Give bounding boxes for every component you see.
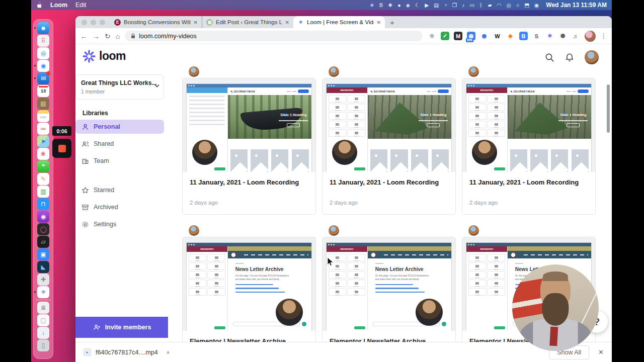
display-icon[interactable]: ▭ bbox=[469, 3, 474, 8]
contacts-dock-icon[interactable]: ▤ bbox=[37, 98, 49, 110]
control-center-icon[interactable]: ⬒ bbox=[524, 3, 529, 8]
window-controls[interactable] bbox=[75, 16, 110, 28]
loom-logo[interactable]: loom bbox=[83, 49, 126, 63]
display-pref-icon[interactable]: ☀ bbox=[369, 3, 374, 8]
downloads-folder-icon[interactable]: ↓ bbox=[37, 327, 49, 339]
bell-icon[interactable] bbox=[565, 53, 574, 62]
wifi-icon[interactable]: ◠ bbox=[497, 3, 501, 8]
finder-dock-icon[interactable]: ☻ bbox=[37, 22, 49, 34]
close-tab-icon[interactable]: ✕ bbox=[285, 20, 289, 25]
maps-dock-icon[interactable]: ➤ bbox=[37, 135, 49, 147]
video-card[interactable]: elementor JOURNEYMAN bbox=[182, 237, 316, 342]
browser-profile-avatar[interactable] bbox=[585, 31, 596, 42]
wikipedia-extension-icon[interactable]: W bbox=[493, 32, 502, 40]
mission-control-icon[interactable]: ❐ bbox=[452, 3, 457, 8]
photos-dock-icon[interactable]: ❀ bbox=[37, 148, 49, 160]
sidebar-item-settings[interactable]: Settings bbox=[75, 217, 164, 231]
documents-stack-icon[interactable]: ≣ bbox=[37, 302, 49, 314]
forward-button[interactable]: → bbox=[93, 32, 100, 40]
time-machine-icon[interactable]: ◔ bbox=[444, 3, 447, 8]
bluetooth-icon[interactable]: ᛒ bbox=[479, 3, 482, 8]
webcam-bubble[interactable] bbox=[512, 264, 599, 351]
back-button[interactable]: ← bbox=[80, 32, 88, 40]
zoom-dock-icon[interactable]: ▣ bbox=[37, 248, 49, 260]
sidebar-item-archived[interactable]: Archived bbox=[75, 200, 164, 214]
boot-camp-icon[interactable]: B bbox=[379, 3, 383, 8]
loom-user-avatar[interactable] bbox=[585, 50, 599, 64]
search-icon[interactable] bbox=[545, 53, 554, 62]
checker-extension-icon[interactable]: ✓ bbox=[441, 32, 449, 40]
video-card[interactable]: elementor JOURNEYMAN bbox=[322, 78, 456, 215]
utility-dock-icon[interactable]: ✚ bbox=[37, 274, 49, 286]
user-switch-icon[interactable]: ◎ bbox=[507, 3, 511, 8]
safari-dock-icon[interactable]: ◎ bbox=[37, 47, 49, 59]
chrome-dock-icon[interactable]: ◉ bbox=[37, 60, 49, 72]
video-thumbnail[interactable]: elementor JOURNEYMAN bbox=[462, 78, 595, 172]
metamask-extension-icon[interactable]: ◆ bbox=[506, 32, 515, 40]
apple-menu-icon[interactable] bbox=[36, 2, 42, 9]
account-extension-icon[interactable]: ◉ bbox=[480, 32, 489, 40]
sidebar-item-team[interactable]: Team bbox=[75, 154, 164, 168]
reminders-dock-icon[interactable]: ≔ bbox=[37, 123, 49, 135]
shield-icon[interactable]: ◈ bbox=[406, 3, 410, 8]
video-thumbnail[interactable]: elementor JOURNEYMAN bbox=[323, 237, 455, 331]
page-scrollbar[interactable] bbox=[607, 84, 610, 133]
new-tab-button[interactable]: + bbox=[390, 18, 394, 27]
tag-extension-icon[interactable]: B bbox=[519, 32, 528, 40]
affinity-dock-icon[interactable]: ◣ bbox=[37, 261, 49, 273]
home-button[interactable]: ⌂ bbox=[116, 32, 120, 40]
close-downloads-icon[interactable]: ✕ bbox=[598, 348, 604, 356]
video-card[interactable]: elementor JOURNEYMAN bbox=[322, 237, 456, 342]
close-tab-icon[interactable]: ✕ bbox=[377, 20, 381, 25]
chevron-up-icon[interactable]: ∧ bbox=[167, 350, 170, 355]
video-title[interactable]: 11 January, 2021 - Loom Recording bbox=[183, 172, 315, 186]
keynote-dock-icon[interactable]: ⊓ bbox=[37, 198, 49, 210]
podcasts-dock-icon[interactable]: ◉ bbox=[37, 211, 49, 223]
calendar-dock-icon[interactable]: 13 bbox=[37, 85, 49, 97]
dropbox-icon[interactable]: ❖ bbox=[388, 3, 392, 8]
record-status-icon[interactable]: ● bbox=[397, 3, 400, 8]
volume-icon[interactable]: ♪ bbox=[462, 3, 464, 8]
puzzle-extensions-icon[interactable]: ⬢ bbox=[558, 32, 567, 40]
loom-dock-icon[interactable]: ✳ bbox=[37, 286, 49, 298]
video-thumbnail[interactable]: elementor JOURNEYMAN bbox=[323, 78, 455, 172]
address-bar[interactable]: loom.com/my-videos bbox=[125, 31, 423, 41]
play-circle-icon[interactable]: ▶ bbox=[425, 3, 429, 8]
stop-recording-button[interactable] bbox=[52, 139, 71, 158]
downloaded-file-chip[interactable]: ▸ f640c767817c4....mp4 ∧ bbox=[84, 348, 170, 356]
keyboard-icon[interactable]: ▤ bbox=[434, 3, 439, 8]
medium-extension-icon[interactable]: M bbox=[454, 32, 462, 40]
spotlight-search-icon[interactable]: ○ bbox=[516, 3, 519, 8]
workspace-selector[interactable]: Great Things LLC Works... 1 member bbox=[75, 74, 164, 100]
loom-extension-icon[interactable]: ✳ bbox=[545, 32, 554, 40]
sidebar-item-starred[interactable]: Starred bbox=[75, 183, 164, 197]
battery-icon[interactable]: ▰ bbox=[488, 3, 492, 8]
pages-dock-icon[interactable]: ✎ bbox=[37, 173, 49, 185]
dock-divider[interactable] bbox=[36, 300, 51, 300]
storage-box-icon[interactable]: ▢ bbox=[37, 314, 49, 326]
close-tab-icon[interactable]: ✕ bbox=[194, 20, 198, 25]
edit-menu[interactable]: Edit bbox=[75, 2, 87, 9]
video-title[interactable]: Elementor | Newsletter Archive bbox=[183, 331, 315, 342]
browser-menu-icon[interactable]: ⋮ bbox=[600, 32, 607, 40]
final-cut-dock-icon[interactable]: ▱ bbox=[37, 236, 49, 248]
s-extension-icon[interactable]: S bbox=[532, 32, 541, 40]
do-not-disturb-moon-icon[interactable]: ☾ bbox=[415, 3, 420, 8]
assistant-app-icon[interactable]: ◉ bbox=[534, 3, 539, 8]
messages-dock-icon[interactable]: ❝ bbox=[37, 160, 49, 172]
launchpad-dock-icon[interactable]: ⠿ bbox=[37, 35, 49, 47]
video-thumbnail[interactable]: elementor JOURNEYMAN bbox=[183, 237, 315, 331]
invite-members-button[interactable]: Invite members bbox=[75, 317, 168, 338]
active-app-menu[interactable]: Loom bbox=[50, 2, 67, 9]
video-title[interactable]: 11 January, 2021 - Loom Recording bbox=[323, 172, 455, 186]
sidebar-item-shared[interactable]: Shared bbox=[75, 137, 164, 151]
video-title[interactable]: 11 January, 2021 - Loom Recording bbox=[462, 172, 595, 186]
notes-dock-icon[interactable]: ▬ bbox=[37, 110, 49, 122]
video-card[interactable]: elementor JOURNEYMAN bbox=[462, 78, 596, 215]
trash-dock-icon[interactable]: ▯ bbox=[37, 339, 49, 351]
menubar-clock[interactable]: Wed Jan 13 11:59 AM bbox=[546, 2, 607, 9]
sidebar-item-personal[interactable]: Personal bbox=[75, 120, 164, 134]
numbers-dock-icon[interactable]: ▥ bbox=[37, 186, 49, 198]
reload-button[interactable]: ↻ bbox=[105, 32, 111, 40]
adobe-cc-dock-icon[interactable]: ◯ bbox=[37, 223, 49, 235]
